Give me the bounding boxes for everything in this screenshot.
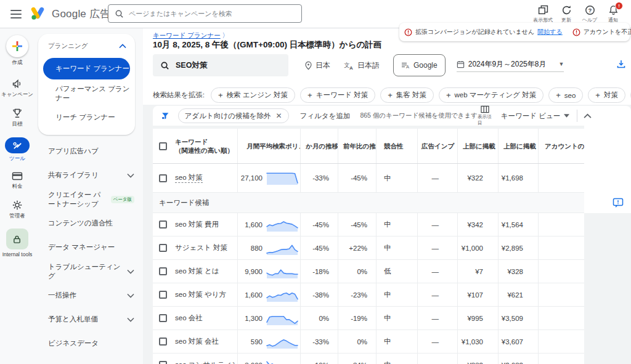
row-checkbox[interactable] — [159, 314, 167, 322]
help-button[interactable]: ? ヘルプ — [578, 3, 601, 23]
sidebar-item[interactable]: クリエイター パートナーシップベータ版 — [35, 187, 143, 211]
plus-icon: + — [446, 91, 451, 100]
account-status-cell — [538, 283, 584, 306]
row-checkbox[interactable] — [159, 244, 167, 252]
column-header[interactable]: 月間平均検索ボリュ — [237, 129, 300, 163]
expand-keyword-chip[interactable]: +対策 — [588, 87, 625, 103]
plus-icon: + — [556, 91, 561, 100]
expand-keyword-chip[interactable]: +キーワード 対策 — [300, 87, 375, 103]
row-checkbox[interactable] — [159, 267, 167, 275]
menu-icon[interactable] — [10, 10, 22, 18]
adult-filter-chip[interactable]: アダルト向けの候補を除外 ✕ — [178, 108, 289, 123]
appearance-button[interactable]: 表示形式 — [531, 3, 555, 23]
sidebar-item[interactable]: 予算と入札単価 — [35, 307, 143, 331]
three-month-change: 0% — [319, 315, 329, 322]
feedback-button[interactable] — [613, 198, 624, 208]
ad-impression-share: — — [432, 338, 439, 346]
plus-icon: + — [307, 91, 312, 100]
chevron-up-icon[interactable] — [119, 44, 126, 49]
tools-icon — [5, 137, 30, 153]
sidebar-item-performance-planner[interactable]: パフォーマンス プランナー — [38, 82, 135, 105]
column-header[interactable]: 上部に掲載 — [457, 129, 498, 163]
expand-keyword-chip[interactable]: +検索 エンジン 対策 — [211, 87, 295, 103]
column-header[interactable]: キーワード （関連性の高い順） — [174, 129, 237, 163]
row-checkbox[interactable] — [159, 338, 167, 346]
network-selector[interactable]: A Google — [393, 54, 446, 76]
keyword-text[interactable]: seo 対策 — [175, 173, 203, 183]
view-selector[interactable]: キーワード ビュー — [501, 111, 570, 121]
expand-keyword-chip[interactable]: +集客 対策 — [380, 87, 434, 103]
top-of-page-bid-high: ¥1,564 — [502, 221, 523, 229]
breadcrumb[interactable]: キーワード プランナー 〉 — [153, 31, 229, 40]
top-of-page-bid-low: ¥1,000 — [462, 245, 483, 252]
nav-goals[interactable]: 目標 — [12, 108, 23, 128]
keyword-search-input[interactable]: SEO対策 — [153, 54, 288, 76]
avg-monthly-searches: 1,600 — [238, 221, 263, 229]
yoy-change: 0% — [357, 268, 367, 275]
sidebar-item[interactable]: ビジネスデータ — [35, 331, 143, 355]
expand-keyword-chip[interactable]: +seo — [548, 87, 583, 103]
columns-button[interactable]: 表示項目 — [478, 105, 492, 126]
trophy-icon — [12, 108, 23, 119]
row-checkbox[interactable] — [159, 220, 167, 229]
notifications-button[interactable]: ! 通知 — [601, 3, 625, 23]
account-protection-banner: アカウントを不正なアクティビティから保護 表示 — [568, 28, 631, 36]
columns-icon — [480, 105, 490, 113]
yoy-change: -23% — [351, 291, 367, 299]
sidebar-item-keyword-planner[interactable]: キーワード プランナー — [43, 58, 130, 79]
nav-admin[interactable]: 管理者 — [9, 200, 25, 220]
nav-campaigns[interactable]: キャンペーン — [1, 78, 33, 99]
column-header[interactable]: 競合性 — [376, 129, 417, 163]
avg-monthly-searches: 1,600 — [238, 291, 263, 299]
search-volume-sparkline — [266, 170, 299, 186]
chevron-down-icon — [127, 269, 134, 274]
download-button[interactable] — [616, 59, 626, 69]
top-of-page-bid-low: ¥342 — [467, 221, 483, 229]
keyword-query: SEO対策 — [176, 60, 207, 71]
global-search-input[interactable]: ページまたはキャンペーンを検索 — [108, 4, 302, 23]
sidebar-item-reach-planner[interactable]: リーチ プランナー — [38, 105, 135, 129]
top-of-page-bid-low: ¥7 — [475, 268, 483, 275]
competition-level: 低 — [384, 267, 391, 276]
column-header[interactable]: 前年比の推移 — [338, 129, 376, 163]
chip-remove-icon[interactable]: ✕ — [275, 111, 282, 120]
add-filter-button[interactable]: フィルタを追加 — [300, 111, 351, 121]
language-selector[interactable]: 文A 日本語 — [344, 60, 380, 71]
sidebar-item[interactable]: コンテンツの適合性 — [35, 211, 143, 235]
location-selector[interactable]: 日本 — [304, 60, 330, 71]
sidebar-item[interactable]: トラブルシューティング — [35, 259, 143, 283]
nav-internal-tools[interactable]: Internal tools — [2, 229, 33, 257]
refine-filter-icon[interactable] — [161, 111, 169, 121]
banner-action-link[interactable]: 開始する — [537, 28, 562, 36]
nav-tools[interactable]: ツール — [5, 137, 30, 163]
sidebar-item[interactable]: データ マネージャー — [35, 235, 143, 259]
top-of-page-bid-high: ¥3,607 — [502, 338, 523, 346]
sidebar-item[interactable]: 共有ライブラリ — [35, 163, 143, 187]
date-range-selector[interactable]: 2024年9月～2025年8月 ▼ — [457, 59, 564, 72]
nav-billing[interactable]: 料金 — [12, 171, 23, 190]
expand-keyword-chip[interactable]: +web マーケティング 対策 — [439, 87, 543, 103]
row-checkbox[interactable] — [159, 142, 167, 150]
sidebar-item[interactable]: 一括操作 — [35, 283, 143, 307]
column-header[interactable]: アカウントのステー — [538, 129, 584, 163]
table-header-row: キーワード （関連性の高い順）月間平均検索ボリュか月の推移前年比の推移競合性広告… — [153, 129, 584, 164]
alert-banner-group: 拡張コンバージョンが記録されていません 開始する アカウントを不正なアクティビテ… — [399, 23, 630, 41]
column-header[interactable]: 広告インプ — [417, 129, 457, 163]
row-checkbox[interactable] — [159, 174, 167, 182]
keyword-suggestion-row: seo 会社1,3000%-19%中—¥995¥3,509 — [153, 307, 584, 330]
lock-icon — [6, 229, 28, 249]
keyword-text: seo 対策 とは — [175, 267, 219, 276]
keyword-suggestion-row: サジェスト 対策880-45%+22%中—¥1,000¥2,895 — [153, 237, 584, 260]
refresh-button[interactable]: 更新 — [555, 3, 578, 23]
top-of-page-bid-low: ¥1,030 — [462, 338, 483, 346]
collapse-table-button[interactable] — [584, 113, 592, 119]
column-header[interactable]: か月の推移 — [300, 129, 338, 163]
nav-create[interactable]: 作成 — [6, 35, 28, 67]
google-ads-logo: Google 広告 — [31, 6, 110, 21]
row-checkbox[interactable] — [159, 291, 167, 299]
sidebar-item[interactable]: アプリ広告ハブ — [35, 139, 143, 163]
row-checkbox[interactable] — [159, 361, 167, 364]
three-month-change: -45% — [312, 245, 329, 252]
chevron-down-icon — [127, 317, 134, 322]
column-header[interactable]: 上部に掲載 — [498, 129, 538, 163]
